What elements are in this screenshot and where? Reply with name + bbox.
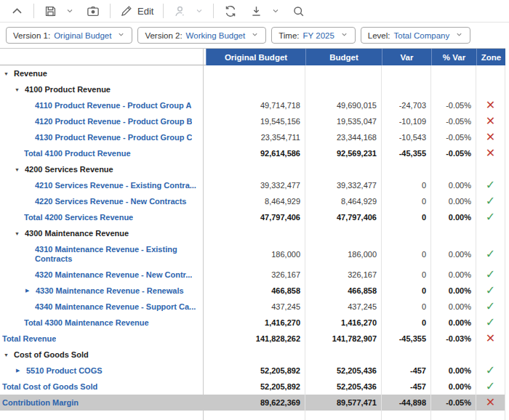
- cell-var[interactable]: 0: [382, 315, 431, 331]
- cell-original-budget[interactable]: 92,614,586: [206, 145, 305, 161]
- version1-dropdown[interactable]: Version 1: Original Budget: [6, 27, 132, 44]
- cell-var[interactable]: 0: [382, 267, 431, 283]
- cell-original-budget[interactable]: 89,622,369: [206, 395, 305, 411]
- cell-var[interactable]: -45,355: [382, 331, 431, 347]
- cell-original-budget[interactable]: 19,545,156: [206, 113, 305, 129]
- cell-budget[interactable]: 8,464,929: [305, 193, 382, 209]
- table-row[interactable]: 4310 Maintenance Revenue - Existing Cont…: [0, 241, 505, 267]
- cell-var[interactable]: -10,109: [382, 113, 431, 129]
- cell-pct-var[interactable]: -0.05%: [431, 145, 476, 161]
- account-link[interactable]: 4330 Maintenance Revenue - Renewals: [36, 286, 184, 295]
- cell-budget[interactable]: [305, 65, 382, 81]
- download-options-button[interactable]: [268, 5, 283, 17]
- cell-var[interactable]: 0: [382, 299, 431, 315]
- cell-var[interactable]: -457: [382, 363, 431, 379]
- table-row[interactable]: Total Revenue 141,828,262141,782,907-45,…: [0, 331, 505, 347]
- search-button[interactable]: [289, 3, 308, 20]
- cell-budget[interactable]: [305, 347, 382, 363]
- cell-pct-var[interactable]: [431, 225, 476, 241]
- collapse-triangle-icon[interactable]: [15, 167, 25, 172]
- collapse-triangle-icon[interactable]: [4, 71, 14, 76]
- cell-budget[interactable]: 52,205,436: [305, 379, 382, 395]
- cell-original-budget[interactable]: 141,828,262: [206, 331, 305, 347]
- table-row[interactable]: 4100 Product Revenue: [0, 81, 505, 97]
- cell-pct-var[interactable]: -0.03%: [431, 331, 476, 347]
- table-row[interactable]: 4340 Maintenance Revenue - Support Ca...…: [0, 299, 505, 315]
- cell-pct-var[interactable]: [431, 81, 476, 97]
- cell-original-budget[interactable]: 47,797,406: [206, 209, 305, 225]
- save-button[interactable]: [41, 3, 60, 20]
- table-row[interactable]: 4200 Services Revenue: [0, 161, 505, 177]
- cell-pct-var[interactable]: 0.00%: [431, 283, 476, 299]
- cell-var[interactable]: 0: [382, 193, 431, 209]
- cell-budget[interactable]: 49,690,015: [305, 97, 382, 113]
- level-dropdown[interactable]: Level: Total Company: [361, 27, 470, 44]
- cell-budget[interactable]: [305, 81, 382, 97]
- cell-budget[interactable]: 19,535,047: [305, 113, 382, 129]
- cell-var[interactable]: [382, 81, 431, 97]
- table-row[interactable]: 4300 Maintenance Revenue: [0, 225, 505, 241]
- collapse-triangle-icon[interactable]: [15, 87, 25, 92]
- cell-var[interactable]: -24,703: [382, 97, 431, 113]
- cell-original-budget[interactable]: 326,167: [206, 267, 305, 283]
- cell-pct-var[interactable]: 0.00%: [431, 379, 476, 395]
- cell-pct-var[interactable]: 0.00%: [431, 193, 476, 209]
- cell-var[interactable]: 0: [382, 209, 431, 225]
- cell-var[interactable]: -10,543: [382, 129, 431, 145]
- collapse-panel-button[interactable]: [7, 3, 27, 20]
- table-row[interactable]: Total Cost of Goods Sold 52,205,89252,20…: [0, 379, 505, 395]
- user-assign-button[interactable]: [170, 3, 190, 20]
- cell-budget[interactable]: 47,797,406: [305, 209, 382, 225]
- table-row[interactable]: Total 4200 Services Revenue 47,797,40647…: [0, 209, 505, 225]
- cell-pct-var[interactable]: 0.00%: [431, 177, 476, 193]
- table-row[interactable]: 4330 Maintenance Revenue - Renewals 466,…: [0, 283, 505, 299]
- table-row[interactable]: 4130 Product Revenue - Product Group C 2…: [0, 129, 505, 145]
- cell-original-budget[interactable]: [206, 65, 305, 81]
- account-link[interactable]: 4340 Maintenance Revenue - Support Ca...: [35, 302, 196, 311]
- cell-original-budget[interactable]: 437,245: [206, 299, 305, 315]
- account-link[interactable]: 4210 Services Revenue - Existing Contra.…: [35, 181, 196, 190]
- cell-original-budget[interactable]: 8,464,929: [206, 193, 305, 209]
- cell-budget[interactable]: 326,167: [305, 267, 382, 283]
- account-link[interactable]: 4320 Maintenance Revenue - New Contr...: [35, 270, 192, 279]
- cell-budget[interactable]: 1,416,270: [305, 315, 382, 331]
- cell-original-budget[interactable]: 466,858: [206, 283, 305, 299]
- cell-var[interactable]: 0: [382, 283, 431, 299]
- cell-var[interactable]: 0: [382, 177, 431, 193]
- cell-budget[interactable]: 92,569,231: [305, 145, 382, 161]
- cell-budget[interactable]: 89,577,471: [305, 395, 382, 411]
- account-link[interactable]: 4110 Product Revenue - Product Group A: [35, 101, 191, 110]
- table-row-contribution-margin[interactable]: Contribution Margin 89,622,36989,577,471…: [0, 395, 505, 411]
- table-row[interactable]: Cost of Goods Sold: [0, 347, 505, 363]
- cell-original-budget[interactable]: 186,000: [206, 241, 305, 267]
- cell-var[interactable]: [382, 161, 431, 177]
- cell-original-budget[interactable]: [206, 225, 305, 241]
- cell-pct-var[interactable]: 0.00%: [431, 267, 476, 283]
- cell-budget[interactable]: 141,782,907: [305, 331, 382, 347]
- cell-original-budget[interactable]: 23,354,711: [206, 129, 305, 145]
- cell-var[interactable]: 0: [382, 241, 431, 267]
- cell-var[interactable]: -44,898: [382, 395, 431, 411]
- cell-pct-var[interactable]: -0.05%: [431, 113, 476, 129]
- cell-budget[interactable]: 52,205,436: [305, 363, 382, 379]
- table-row[interactable]: 5510 Product COGS 52,205,89252,205,436-4…: [0, 363, 505, 379]
- edit-button[interactable]: Edit: [117, 3, 156, 19]
- table-row[interactable]: Total 4100 Product Revenue 92,614,58692,…: [0, 145, 505, 161]
- expand-triangle-icon[interactable]: [25, 288, 36, 294]
- collapse-triangle-icon[interactable]: [4, 352, 14, 358]
- table-row[interactable]: 4110 Product Revenue - Product Group A 4…: [0, 97, 505, 113]
- table-row[interactable]: 4220 Services Revenue - New Contracts 8,…: [0, 193, 505, 209]
- cell-budget[interactable]: 437,245: [305, 299, 382, 315]
- cell-original-budget[interactable]: 52,205,892: [206, 363, 305, 379]
- cell-pct-var[interactable]: 0.00%: [431, 299, 476, 315]
- cell-pct-var[interactable]: 0.00%: [431, 363, 476, 379]
- cell-pct-var[interactable]: -0.05%: [431, 97, 476, 113]
- account-link[interactable]: 4120 Product Revenue - Product Group B: [35, 117, 192, 126]
- snapshot-button[interactable]: [83, 3, 103, 20]
- save-options-button[interactable]: [63, 5, 77, 17]
- cell-pct-var[interactable]: 0.00%: [431, 209, 476, 225]
- cell-budget[interactable]: 186,000: [305, 241, 382, 267]
- account-link[interactable]: 4310 Maintenance Revenue - Existing Cont…: [35, 245, 203, 264]
- cell-pct-var[interactable]: 0.00%: [431, 315, 476, 331]
- cell-pct-var[interactable]: 0.00%: [431, 241, 476, 267]
